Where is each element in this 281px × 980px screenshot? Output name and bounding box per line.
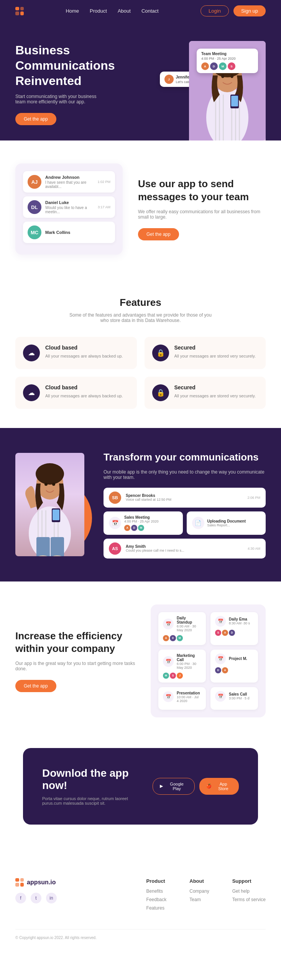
chat-info-daniel: Daniel Luke Would you like to have a mee…	[45, 200, 94, 214]
meeting-info-1: Daily Standup 6:00 AM · 30 May 2020	[177, 616, 201, 632]
messages-text: Use our app to send messages to your tea…	[138, 178, 266, 240]
tc-name-amy: Amy Smith	[126, 544, 243, 549]
svg-point-11	[230, 74, 233, 78]
chat-time-daniel: 3:17 AM	[98, 205, 110, 209]
feature-text-4: Secured All your messages are stored ver…	[174, 384, 256, 399]
fl-dot4	[20, 883, 24, 887]
features-heading: Features	[15, 297, 266, 309]
meetings-grid: 📅 Daily Standup 6:00 AM · 30 May 2020 A …	[151, 604, 266, 717]
tc-icon-sales: 📅	[109, 517, 121, 529]
tc-avatars-sales: A D M	[124, 525, 177, 531]
feature-desc-2: All your messages are stored very secure…	[174, 353, 256, 359]
twitter-icon[interactable]: t	[31, 893, 41, 903]
nav-about[interactable]: About	[118, 8, 131, 14]
tm-av2: D	[210, 62, 218, 70]
meeting-name-1: Daily Standup	[177, 616, 201, 624]
facebook-icon[interactable]: f	[15, 893, 26, 903]
footer-benefits-link[interactable]: Benefits	[146, 889, 167, 894]
transform-cards: SB Spencer Brooks Voice call started at …	[104, 488, 266, 559]
footer-col-about-heading: About	[189, 878, 209, 884]
footer-features-link[interactable]: Features	[146, 905, 167, 911]
tc-info-spencer: Spencer Brooks Voice call started at 12:…	[126, 493, 243, 501]
transform-woman	[15, 453, 92, 556]
nav-contact[interactable]: Contact	[141, 8, 159, 14]
nav-home[interactable]: Home	[66, 8, 79, 14]
svg-rect-4	[223, 95, 224, 140]
instagram-icon[interactable]: in	[46, 893, 57, 903]
logo-dot2	[20, 7, 24, 11]
logo-dot1	[15, 7, 19, 11]
signup-button[interactable]: Sign up	[233, 5, 266, 16]
transform-woman-image	[15, 453, 84, 556]
footer-team-link[interactable]: Team	[189, 897, 209, 902]
m-av2-3: D	[229, 630, 235, 636]
meeting-name-2: Daily Ema	[229, 617, 250, 621]
feature-icon-cloud2: ☁	[23, 384, 40, 401]
efficiency-section: Increase the efficiency within your comp…	[0, 581, 281, 740]
transform-section: Transform your communications Our mobile…	[0, 428, 281, 581]
m-av2-2: A	[222, 630, 228, 636]
hero-cta-button[interactable]: Get the app	[15, 113, 56, 125]
feature-desc-4: All your messages are stored very secure…	[174, 393, 256, 399]
feature-text-3: Cloud based All your messages are always…	[45, 384, 123, 399]
feature-title-2: Secured	[174, 345, 256, 351]
nav-buttons: Login Sign up	[200, 5, 266, 16]
m-av1-3: M	[177, 635, 183, 641]
footer-logo-icon	[15, 878, 24, 887]
app-store-button[interactable]: 🍎 App Store	[199, 778, 239, 795]
tm-av4: S	[228, 62, 235, 70]
feature-card-3: ☁ Cloud based All your messages are alwa…	[15, 377, 137, 409]
fl-dot3	[15, 883, 19, 887]
transform-card-spencer: SB Spencer Brooks Voice call started at …	[104, 488, 266, 508]
feature-text-2: Secured All your messages are stored ver…	[174, 345, 256, 359]
team-meeting-time: 4:00 PM · 25 Apr 2020	[201, 57, 253, 60]
tc-time-amy: 4:30 AM	[248, 547, 260, 550]
m-av3-2: S	[170, 673, 176, 679]
svg-rect-2	[215, 95, 216, 140]
efficiency-cta-button[interactable]: Get the app	[15, 680, 56, 692]
team-meeting-title: Team Meeting	[201, 52, 253, 56]
chat-name-mark: Mark Collins	[45, 230, 110, 235]
woman-transform-svg	[15, 453, 84, 556]
chat-item-3: MC Mark Collins	[23, 222, 115, 243]
footer-bottom: © Copyright appsun.io 2022. All rights r…	[15, 929, 266, 940]
footer-company-link[interactable]: Company	[189, 889, 209, 894]
login-button[interactable]: Login	[200, 5, 229, 16]
google-play-button[interactable]: ▶ Google Play	[153, 778, 195, 795]
svg-rect-7	[239, 95, 240, 140]
meeting-avatars-4: D A	[215, 667, 253, 673]
tc-name-upload: Uploading Document	[207, 519, 261, 523]
footer-feedback-link[interactable]: Feedback	[146, 897, 167, 902]
tc-time-spencer: 2:06 PM	[247, 496, 260, 500]
messages-heading: Use our app to send messages to your tea…	[138, 178, 266, 204]
meeting-top-1: 📅 Daily Standup 6:00 AM · 30 May 2020	[163, 616, 201, 632]
hero-text: Business Communications Reinvented Start…	[15, 42, 141, 140]
m-av3-3: J	[177, 673, 183, 679]
transform-content: Transform your communications Our mobile…	[104, 451, 266, 559]
nav-links: Home Product About Contact	[66, 8, 158, 14]
svg-point-27	[44, 483, 48, 486]
app-store-label: App Store	[215, 782, 232, 791]
chat-info-mark: Mark Collins	[45, 230, 110, 235]
tc-avatar-spencer: SB	[109, 492, 121, 504]
meeting-time-6: 3:00 PM · 5 d	[229, 696, 250, 700]
meeting-top-6: 📅 Sales Call 3:00 PM · 5 d	[215, 691, 253, 702]
download-buttons: ▶ Google Play 🍎 App Store	[153, 778, 239, 795]
nav-product[interactable]: Product	[90, 8, 107, 14]
tc-avatar-amy: AS	[109, 542, 121, 555]
tc-info-amy: Amy Smith Could you please call me I nee…	[126, 544, 243, 552]
footer-col-about: About Company Team	[189, 878, 209, 914]
messages-cta-button[interactable]: Get the app	[138, 228, 179, 240]
meeting-name-5: Presentation	[177, 691, 201, 695]
m-av2-1: S	[215, 630, 221, 636]
team-meeting-avatars: A D M S	[201, 62, 253, 70]
footer-gethelp-link[interactable]: Get help	[232, 889, 266, 894]
hero-title: Business Communications Reinvented	[15, 42, 141, 88]
footer-col-support: Support Get help Terms of service	[232, 878, 266, 914]
features-section: Features Some of the features and advant…	[0, 278, 281, 428]
meeting-info-5: Presentation 10:00 AM · Jul 4 2020	[177, 691, 201, 703]
footer-terms-link[interactable]: Terms of service	[232, 897, 266, 902]
feature-icon-cloud1: ☁	[23, 345, 40, 361]
meeting-card-6: 📅 Sales Call 3:00 PM · 5 d	[210, 687, 258, 710]
meeting-icon-5: 📅	[163, 691, 174, 702]
